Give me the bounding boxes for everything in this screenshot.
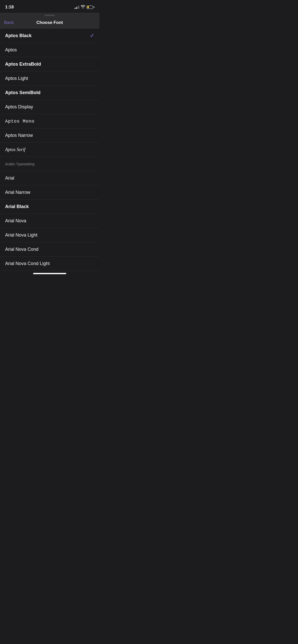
font-name-label: Arial Nova Light (5, 232, 37, 238)
list-item[interactable]: Arial Narrow (0, 185, 99, 200)
font-name-label: Arial (5, 175, 14, 181)
list-item[interactable]: Aptos Narrow (0, 128, 99, 143)
font-name-label: Aptos (5, 47, 17, 53)
font-name-label: Arial Black (5, 204, 29, 209)
font-name-label: Aptos Black (5, 33, 32, 38)
font-name-label: Arial Nova (5, 218, 26, 224)
bottom-home-bar (0, 271, 99, 275)
list-item[interactable]: Arial Nova (0, 214, 99, 228)
list-item[interactable]: Aptos Mono (0, 114, 99, 128)
nav-title: Choose Font (36, 20, 63, 25)
list-item[interactable]: Arial Nova Light (0, 228, 99, 242)
list-item[interactable]: Aptos Light (0, 71, 99, 86)
list-item[interactable]: Aptos ExtraBold (0, 57, 99, 71)
font-list: Aptos Black✓AptosAptos ExtraBoldAptos Li… (0, 28, 99, 271)
font-name-label: Aptos Narrow (5, 133, 33, 138)
list-item[interactable]: Aptos Serif (0, 143, 99, 157)
nav-header: Back Choose Font (0, 17, 99, 28)
list-item[interactable]: Arabic Typesetting (0, 157, 99, 171)
font-name-label: Aptos SemiBold (5, 90, 40, 95)
list-item[interactable]: Arial Nova Cond (0, 242, 99, 257)
font-name-label: Arial Nova Cond (5, 247, 38, 252)
font-name-label: Aptos ExtraBold (5, 62, 41, 67)
selected-checkmark-icon: ✓ (90, 33, 94, 39)
home-bar (33, 273, 66, 274)
wifi-icon (81, 5, 85, 9)
drag-pill (45, 15, 55, 16)
status-icons (75, 5, 94, 9)
battery-icon (87, 6, 94, 9)
back-button[interactable]: Back (4, 20, 14, 25)
font-name-label: Aptos Serif (5, 147, 25, 152)
list-item[interactable]: Arial (0, 171, 99, 185)
list-item[interactable]: Aptos Display (0, 100, 99, 114)
drag-indicator (0, 13, 99, 17)
status-bar: 1:18 (0, 0, 99, 13)
status-time: 1:18 (5, 5, 14, 10)
list-item[interactable]: Arial Nova Cond Light (0, 257, 99, 271)
list-item[interactable]: Aptos Black✓ (0, 28, 99, 43)
list-item[interactable]: Arial Black (0, 200, 99, 214)
font-name-label: Arial Nova Cond Light (5, 261, 50, 266)
list-item[interactable]: Aptos SemiBold (0, 86, 99, 100)
font-name-label: Aptos Display (5, 104, 33, 110)
signal-bars-icon (75, 6, 79, 9)
font-name-label: Arabic Typesetting (5, 162, 34, 166)
list-item[interactable]: Aptos (0, 43, 99, 57)
font-name-label: Aptos Light (5, 76, 28, 81)
font-name-label: Arial Narrow (5, 190, 30, 195)
font-name-label: Aptos Mono (5, 119, 34, 124)
